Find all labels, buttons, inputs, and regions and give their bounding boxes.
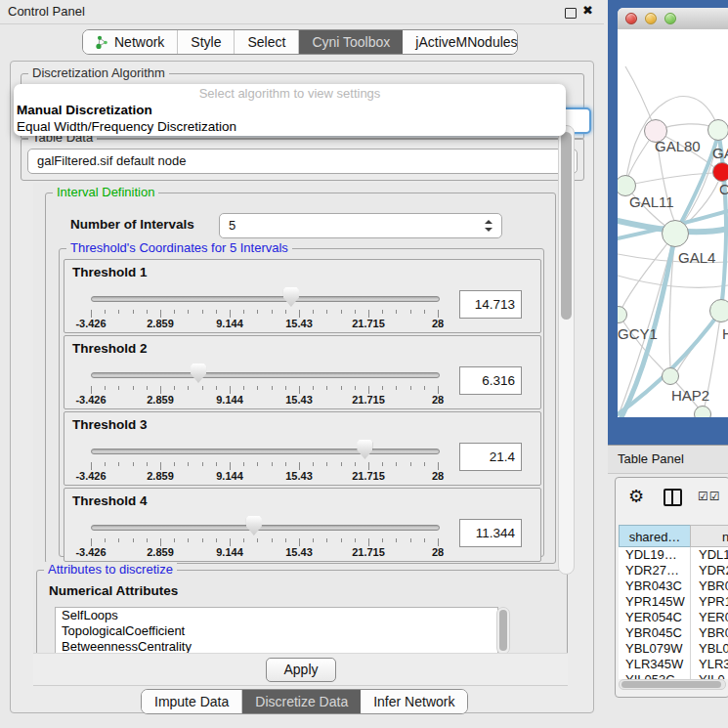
columns-icon[interactable] [664, 489, 682, 506]
attributes-group-title: Attributes to discretize [44, 562, 177, 577]
node-label: GAL4 [678, 249, 715, 266]
cell-name[interactable]: YBR0 [690, 578, 728, 594]
tab-impute-data[interactable]: Impute Data [142, 690, 241, 713]
node-label: H [722, 325, 728, 342]
attribute-item[interactable]: SelfLoops [56, 608, 497, 623]
tab-network[interactable]: Network [83, 30, 177, 54]
column-header-name[interactable]: na [690, 525, 728, 547]
table-data-value: galFiltered.sif default node [37, 153, 186, 168]
float-icon[interactable] [565, 8, 577, 19]
cell-name[interactable]: YBL0 [690, 641, 728, 657]
slider-thumb[interactable] [357, 440, 372, 459]
close-icon[interactable]: ✖ [582, 3, 593, 18]
slider-track[interactable] [91, 372, 440, 378]
attribute-item[interactable]: BetweennessCentrality [56, 639, 497, 653]
node-top-right[interactable] [707, 119, 728, 141]
table-panel: ⚙ ☑☑ shared… na YDL19…YDL1YDR27…YDR2YBR0… [615, 477, 728, 698]
network-canvas[interactable]: GAL80GACGAL11GAL4GCY1HHAP2 [618, 29, 728, 417]
cell-shared-name[interactable]: YIL053C [619, 672, 690, 679]
node-right[interactable] [709, 299, 728, 322]
mac-minimize-button[interactable] [645, 13, 657, 24]
table-panel-header: Table Panel [608, 445, 728, 474]
numerical-attributes-list[interactable]: SelfLoopsTopologicalCoefficientBetweenne… [55, 607, 498, 653]
cell-name[interactable]: YIL0 [690, 672, 725, 679]
threshold-value-field[interactable]: 21.4 [459, 443, 522, 471]
attributes-list-scrollbar[interactable] [496, 607, 510, 653]
cell-name[interactable]: YDL1 [690, 547, 728, 563]
column-header-shared-name[interactable]: shared… [619, 525, 691, 547]
checkbox-icons[interactable]: ☑☑ [698, 490, 721, 503]
table-row[interactable]: YIL053CYIL0 [619, 672, 728, 679]
network-view-frame: GAL80GACGAL11GAL4GCY1HHAP2 [608, 0, 728, 445]
table-row[interactable]: YDR27…YDR2 [619, 563, 728, 578]
node-gal4[interactable] [662, 220, 689, 247]
mac-zoom-button[interactable] [664, 13, 676, 24]
threshold-value-field[interactable]: 11.344 [459, 519, 522, 547]
slider-track[interactable] [91, 525, 440, 531]
network-icon [96, 35, 108, 50]
cell-name[interactable]: YER0 [690, 610, 728, 625]
table-horizontal-scrollbar[interactable] [619, 679, 726, 690]
cell-name[interactable]: YPR1 [690, 594, 728, 610]
tab-infer-network[interactable]: Infer Network [361, 690, 467, 713]
node-label: GA [712, 145, 728, 161]
table-row[interactable]: YBR043CYBR0 [619, 578, 728, 594]
network-window-titlebar[interactable] [618, 8, 728, 30]
tab-jactivemnodules[interactable]: jActiveMNodules [403, 30, 518, 54]
cell-shared-name[interactable]: YBR043C [619, 578, 690, 594]
table-row[interactable]: YPR145WYPR1 [619, 594, 728, 610]
threshold-panel: Threshold 3 -3.4262.8599.14415.4321.7152… [64, 411, 541, 486]
settings-scrollbar[interactable] [558, 125, 575, 575]
threshold-value-field[interactable]: 14.713 [459, 290, 522, 319]
node-hap2[interactable] [662, 367, 679, 385]
slider-thumb[interactable] [246, 516, 262, 535]
bottom-tab-bar: Impute DataDiscretize DataInfer Network [141, 689, 468, 714]
slider-thumb[interactable] [191, 364, 206, 383]
table-data-combobox[interactable]: galFiltered.sif default node [27, 149, 578, 174]
tab-cyni-toolbox[interactable]: Cyni Toolbox [298, 30, 403, 54]
number-of-intervals-combobox[interactable]: 5 [219, 213, 502, 238]
attribute-item[interactable]: TopologicalCoefficient [56, 623, 497, 639]
cell-name[interactable]: YBR0 [690, 625, 728, 641]
cell-name[interactable]: YDR2 [690, 563, 728, 578]
table-rows[interactable]: YDL19…YDL1YDR27…YDR2YBR043CYBR0YPR145WYP… [619, 547, 728, 679]
mac-close-button[interactable] [625, 13, 637, 24]
cell-shared-name[interactable]: YLR345W [619, 657, 690, 672]
apply-button[interactable]: Apply [266, 658, 336, 682]
apply-bar: Apply [33, 653, 568, 686]
cell-shared-name[interactable]: YBR045C [619, 625, 690, 641]
cell-name[interactable]: YLR3 [690, 657, 728, 672]
slider-track[interactable] [91, 449, 440, 454]
table-data-group: Table Data galFiltered.sif default node [21, 138, 584, 181]
node-bottom[interactable] [694, 406, 711, 417]
cell-shared-name[interactable]: YPR145W [619, 594, 690, 610]
table-row[interactable]: YLR345WYLR3 [619, 657, 728, 672]
number-of-intervals-label: Number of Intervals [70, 217, 194, 232]
cell-shared-name[interactable]: YDL19… [619, 547, 690, 563]
threshold-panel: Threshold 2 -3.4262.8599.14415.4321.7152… [64, 335, 541, 409]
node-red[interactable] [712, 162, 728, 182]
slider-tick-labels: -3.4262.8599.14415.4321.71528 [91, 546, 439, 558]
cell-shared-name[interactable]: YDR27… [619, 563, 690, 578]
tab-select[interactable]: Select [234, 30, 298, 54]
table-row[interactable]: YBR045CYBR0 [619, 625, 728, 641]
tab-bar: NetworkStyleSelectCyni ToolboxjActiveMNo… [82, 29, 518, 55]
cell-shared-name[interactable]: YER054C [619, 610, 690, 625]
dropdown-option-manual-discretization[interactable]: Manual Discretization [14, 102, 566, 118]
table-row[interactable]: YDL19…YDL1 [619, 547, 728, 563]
tab-discretize-data[interactable]: Discretize Data [241, 690, 361, 713]
tab-label: Infer Network [373, 694, 454, 709]
tab-style[interactable]: Style [177, 30, 234, 54]
slider-thumb[interactable] [283, 287, 299, 307]
network-window: GAL80GACGAL11GAL4GCY1HHAP2 [618, 8, 728, 417]
threshold-value-field[interactable]: 6.316 [459, 366, 522, 395]
node-label: GAL80 [655, 138, 701, 154]
control-panel-window: Control Panel ✖ NetworkStyleSelectCyni T… [0, 0, 604, 728]
table-row[interactable]: YBL079WYBL0 [619, 641, 728, 657]
gear-icon[interactable]: ⚙ [628, 486, 644, 507]
table-row[interactable]: YER054CYER0 [619, 610, 728, 625]
cell-shared-name[interactable]: YBL079W [619, 641, 690, 657]
slider-track[interactable] [91, 296, 440, 302]
tab-label: Style [191, 34, 221, 50]
dropdown-option-equal-width-frequency[interactable]: Equal Width/Frequency Discretization [14, 118, 566, 135]
